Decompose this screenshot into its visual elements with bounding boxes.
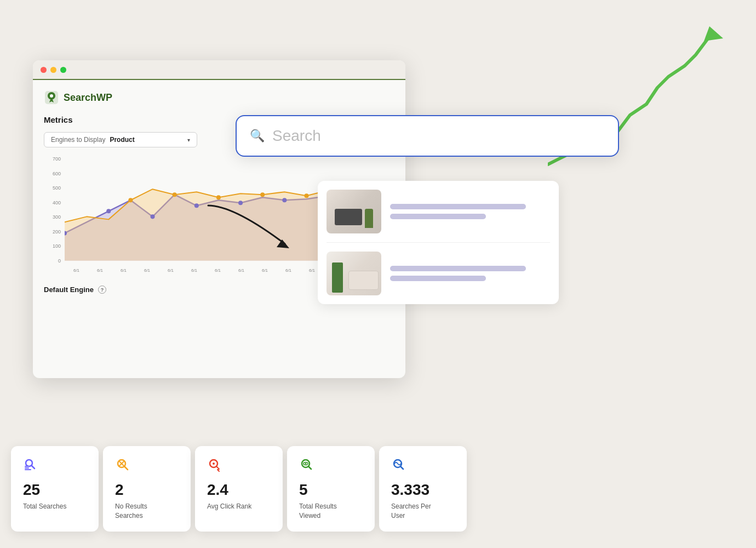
stats-row: 25 Total Searches 2 No ResultsSearches 2… (11, 446, 467, 532)
stat-number-total-searches: 25 (23, 482, 87, 498)
search-eye-icon (299, 457, 363, 476)
logo-icon (44, 90, 59, 105)
chart-y-label: 0 (58, 258, 61, 264)
svg-line-28 (125, 467, 128, 470)
svg-point-6 (106, 209, 111, 213)
result-image-1 (327, 190, 381, 233)
chart-y-label: 700 (53, 156, 61, 162)
svg-point-14 (173, 192, 177, 197)
results-panel (318, 181, 559, 304)
engines-dropdown-value: Product (110, 136, 183, 144)
search-overlay: 🔍 Search (236, 115, 619, 157)
chart-y-label: 500 (53, 185, 61, 191)
svg-line-34 (309, 467, 312, 470)
stat-number-no-results: 2 (115, 482, 179, 498)
traffic-light-yellow[interactable] (50, 67, 56, 73)
browser-titlebar (33, 60, 405, 80)
logo-text: SearchWP (64, 92, 112, 104)
engines-dropdown[interactable]: Engines to Display Product ▾ (44, 132, 197, 147)
search-x-icon (115, 457, 179, 476)
svg-point-15 (216, 195, 221, 199)
svg-point-30 (213, 463, 215, 465)
svg-point-8 (194, 203, 199, 208)
search-cursor-icon (207, 457, 271, 476)
stat-card-total-searches: 25 Total Searches (11, 446, 99, 532)
result-line-subtitle (390, 214, 486, 219)
svg-point-16 (260, 192, 265, 197)
traffic-light-red[interactable] (41, 67, 47, 73)
search-input-row[interactable]: 🔍 Search (237, 116, 618, 156)
stat-label-avg-click-rank: Avg Click Rank (207, 502, 271, 511)
svg-marker-0 (704, 26, 723, 41)
svg-line-36 (401, 467, 404, 470)
chart-y-label: 600 (53, 171, 61, 176)
svg-line-21 (32, 466, 35, 469)
help-icon[interactable]: ? (98, 286, 106, 294)
stat-card-avg-click-rank: 2.4 Avg Click Rank (195, 446, 283, 532)
svg-point-10 (282, 198, 287, 202)
svg-point-13 (128, 198, 133, 202)
svg-point-17 (304, 193, 308, 198)
stat-label-searches-per-user: Searches PerUser (391, 502, 455, 521)
stat-number-searches-per-user: 3.333 (391, 482, 455, 498)
svg-point-7 (151, 214, 155, 219)
searchwp-logo: SearchWP (44, 90, 394, 105)
chart-y-label: 400 (53, 200, 61, 206)
chevron-down-icon: ▾ (187, 137, 190, 143)
chart-y-label: 200 (53, 229, 61, 235)
chart-y-axis: 700 600 500 400 300 200 100 0 (44, 156, 63, 264)
stat-label-total-searches: Total Searches (23, 502, 87, 511)
divider (327, 242, 550, 243)
engines-dropdown-label: Engines to Display (51, 136, 105, 144)
result-item[interactable] (327, 190, 550, 233)
result-line-subtitle (390, 276, 486, 281)
stat-number-avg-click-rank: 2.4 (207, 482, 271, 498)
stat-label-total-results: Total ResultsViewed (299, 502, 363, 521)
result-item[interactable] (327, 252, 550, 295)
search-wave-icon (391, 457, 455, 476)
stat-card-total-results: 5 Total ResultsViewed (287, 446, 375, 532)
result-line-title (390, 204, 526, 209)
result-text-lines (390, 266, 550, 281)
search-icon: 🔍 (250, 129, 265, 143)
chart-y-label: 100 (53, 243, 61, 249)
chart-y-label: 300 (53, 214, 61, 220)
stat-label-no-results: No ResultsSearches (115, 502, 179, 521)
result-image-2 (327, 252, 381, 295)
svg-point-33 (305, 463, 307, 465)
result-line-title (390, 266, 526, 271)
stat-card-no-results: 2 No ResultsSearches (103, 446, 191, 532)
search-input[interactable]: Search (272, 127, 321, 145)
traffic-light-green[interactable] (60, 67, 66, 73)
stat-card-searches-per-user: 3.333 Searches PerUser (379, 446, 467, 532)
result-text-lines (390, 204, 550, 219)
search-list-icon (23, 457, 87, 476)
svg-point-2 (50, 94, 53, 98)
svg-point-9 (238, 201, 243, 205)
stat-number-total-results: 5 (299, 482, 363, 498)
